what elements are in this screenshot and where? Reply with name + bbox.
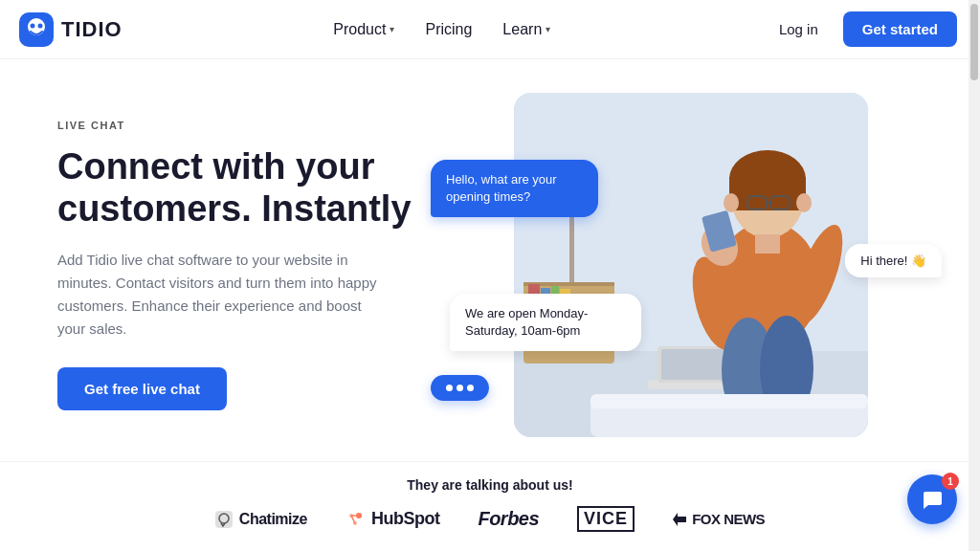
typing-dot-1 — [446, 385, 453, 391]
logos-row: Chatimize HubSpot Forbes VICE FOX NEWS — [57, 506, 923, 532]
hero-description: Add Tidio live chat software to your web… — [57, 249, 383, 341]
chat-widget-badge: 1 — [942, 473, 959, 490]
scrollbar[interactable] — [969, 0, 980, 551]
svg-marker-45 — [673, 513, 686, 526]
login-button[interactable]: Log in — [762, 13, 835, 45]
header: TIDIO Product ▾ Pricing Learn ▾ Log in G… — [0, 0, 980, 59]
chatimize-icon — [215, 511, 233, 528]
logos-tagline: They are talking about us! — [57, 477, 923, 493]
svg-point-2 — [31, 23, 35, 28]
hero-illustration — [514, 93, 868, 437]
svg-line-44 — [351, 516, 355, 523]
chat-typing-indicator — [431, 375, 489, 401]
logo-text: TIDIO — [61, 17, 122, 42]
chat-widget-icon — [921, 488, 944, 511]
chat-bubble-greeting: Hi there! 👋 — [845, 244, 942, 277]
svg-point-28 — [796, 193, 812, 212]
chevron-down-icon: ▾ — [390, 24, 394, 34]
hero-visual: Hello, what are your opening times? Hi t… — [459, 83, 923, 447]
brand-forbes: Forbes — [478, 508, 539, 530]
chevron-down-icon-learn: ▾ — [546, 24, 550, 34]
svg-point-1 — [28, 18, 45, 35]
cta-button[interactable]: Get free live chat — [57, 367, 227, 410]
person-illustration-svg — [514, 93, 868, 437]
logo[interactable]: TIDIO — [19, 12, 122, 47]
header-actions: Log in Get started — [762, 11, 957, 47]
get-started-button[interactable]: Get started — [843, 11, 957, 47]
hero-title: Connect with your customers. Instantly — [57, 146, 459, 230]
logo-icon — [19, 12, 54, 47]
hero-section: LIVE CHAT Connect with your customers. I… — [0, 59, 980, 461]
typing-dot-2 — [457, 385, 463, 391]
typing-dot-3 — [467, 385, 474, 391]
brand-chatimize: Chatimize — [215, 511, 307, 528]
chat-bubble-response: We are open Monday-Saturday, 10am-6pm — [450, 294, 641, 351]
chat-bubble-question: Hello, what are your opening times? — [431, 160, 598, 217]
foxnews-icon — [673, 513, 686, 526]
svg-rect-29 — [755, 234, 780, 253]
brand-vice: VICE — [577, 506, 635, 532]
hero-image — [514, 93, 868, 437]
scrollbar-thumb[interactable] — [970, 4, 978, 80]
brand-foxnews: FOX NEWS — [673, 511, 765, 527]
svg-rect-37 — [590, 394, 868, 408]
hubspot-icon — [345, 510, 365, 529]
nav-pricing[interactable]: Pricing — [412, 13, 485, 46]
nav-product[interactable]: Product ▾ — [320, 13, 408, 46]
main-nav: Product ▾ Pricing Learn ▾ — [320, 13, 564, 46]
eyebrow-label: LIVE CHAT — [57, 120, 459, 131]
brand-hubspot: HubSpot — [345, 509, 439, 529]
logos-section: They are talking about us! Chatimize Hub… — [0, 461, 980, 543]
chat-widget-button[interactable]: 1 — [907, 474, 957, 524]
svg-point-3 — [38, 23, 43, 28]
hero-content: LIVE CHAT Connect with your customers. I… — [57, 120, 459, 410]
nav-learn[interactable]: Learn ▾ — [489, 13, 564, 46]
svg-rect-23 — [729, 177, 806, 210]
svg-point-27 — [724, 193, 739, 212]
